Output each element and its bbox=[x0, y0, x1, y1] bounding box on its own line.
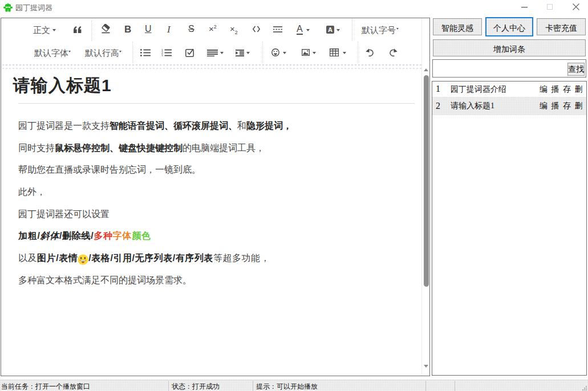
svg-text:3: 3 bbox=[161, 54, 163, 56]
